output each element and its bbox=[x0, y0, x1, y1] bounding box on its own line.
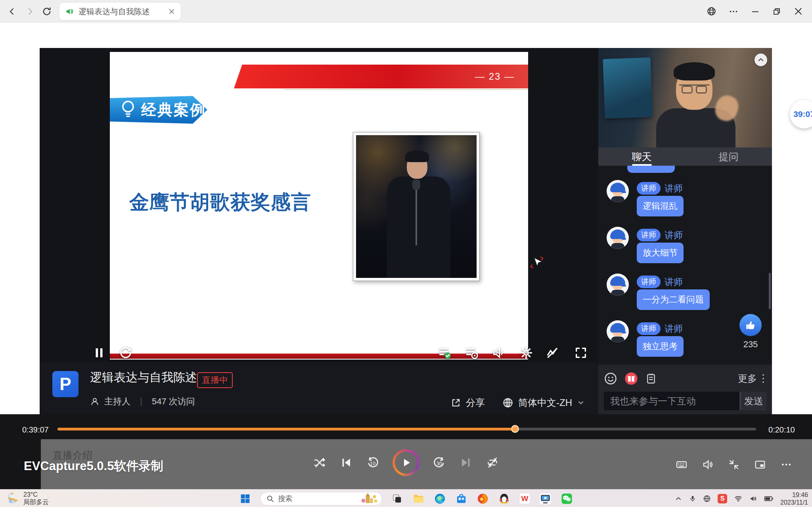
share-button[interactable]: 分享 bbox=[451, 396, 485, 409]
taskbar-clock[interactable]: 19:46 2023/11/1 bbox=[780, 491, 808, 506]
elapsed-time: 0:39:07 bbox=[22, 425, 49, 434]
taskbar-app-active-recorder[interactable] bbox=[539, 492, 552, 505]
firefox-icon bbox=[477, 493, 489, 505]
collapse-view-icon[interactable] bbox=[728, 459, 740, 471]
language-selector[interactable]: 简体中文-ZH bbox=[502, 396, 585, 409]
chat-bubble: 一分为二看问题 bbox=[637, 289, 710, 310]
refresh-stream-button[interactable] bbox=[119, 346, 132, 360]
host-icon bbox=[90, 397, 100, 406]
previous-icon bbox=[340, 456, 352, 469]
floating-timer[interactable]: 39:07 bbox=[790, 100, 812, 128]
mouse-cursor bbox=[529, 254, 546, 273]
screen-recorder-icon bbox=[540, 493, 551, 505]
tray-volume-icon[interactable] bbox=[749, 495, 757, 503]
rewind-10-button[interactable]: 10 bbox=[366, 456, 379, 469]
task-view-button[interactable] bbox=[391, 492, 404, 505]
line-switch-button[interactable] bbox=[546, 346, 559, 360]
volume-button[interactable] bbox=[492, 346, 505, 360]
shuffle-off-button[interactable] bbox=[313, 456, 326, 469]
browser-menu-icon[interactable] bbox=[728, 6, 739, 17]
windows-start-button[interactable] bbox=[239, 492, 252, 505]
live-badge: 直播中 bbox=[197, 372, 233, 388]
chat-message: 讲师 讲师 放大细节 bbox=[607, 227, 772, 263]
sogou-input-icon[interactable]: S bbox=[718, 494, 727, 503]
wifi-icon[interactable] bbox=[734, 495, 743, 503]
restore-icon[interactable] bbox=[772, 7, 781, 16]
weather-icon bbox=[5, 491, 20, 506]
battery-icon[interactable] bbox=[764, 495, 774, 503]
settings-button[interactable] bbox=[519, 346, 533, 360]
next-button[interactable] bbox=[459, 456, 473, 469]
tab-qa[interactable]: 提问 bbox=[685, 147, 772, 166]
repeat-off-button[interactable] bbox=[486, 456, 499, 469]
like-widget: 235 bbox=[739, 314, 762, 350]
reload-button[interactable] bbox=[40, 5, 53, 18]
keyboard-icon[interactable] bbox=[676, 459, 688, 471]
ellipsis-icon[interactable] bbox=[780, 459, 792, 471]
tray-chevron-up-icon[interactable] bbox=[674, 495, 682, 503]
playlist-settings-button[interactable] bbox=[465, 346, 479, 360]
video-area[interactable]: — 23 — 经典案例 金鹰节胡歌获奖感言 bbox=[40, 48, 598, 362]
more-label[interactable]: 更多 bbox=[738, 372, 757, 385]
gift-icon[interactable] bbox=[624, 372, 638, 385]
language-label: 简体中文-ZH bbox=[518, 396, 572, 409]
pause-button[interactable] bbox=[92, 346, 106, 360]
chat-scrollbar[interactable] bbox=[769, 273, 771, 309]
volume-icon bbox=[492, 346, 505, 360]
previous-button[interactable] bbox=[339, 456, 353, 469]
notes-icon[interactable] bbox=[645, 373, 657, 385]
collapse-webcam-button[interactable] bbox=[755, 54, 767, 66]
popout-icon[interactable] bbox=[754, 459, 766, 471]
more-dots-icon[interactable] bbox=[762, 373, 765, 384]
tab-chat[interactable]: 聊天 bbox=[598, 147, 685, 166]
mute-toggle-icon[interactable] bbox=[702, 459, 714, 471]
recorder-watermark: EVCapture5.0.5软件录制 bbox=[24, 458, 163, 474]
ime-language-icon[interactable] bbox=[703, 495, 711, 503]
host-row: 主持人 547 次访问 bbox=[90, 396, 195, 408]
taskbar-search[interactable]: 搜索 bbox=[260, 492, 382, 505]
stream-title: 逻辑表达与自我陈述 bbox=[90, 369, 197, 386]
send-button[interactable]: 发送 bbox=[741, 392, 766, 410]
taskbar-app-edge[interactable] bbox=[434, 492, 446, 505]
forward-30-button[interactable]: 30 bbox=[433, 456, 446, 469]
back-button[interactable] bbox=[6, 5, 18, 18]
play-button[interactable] bbox=[393, 449, 419, 476]
taskbar-app-file-explorer[interactable] bbox=[412, 492, 425, 505]
tab-title: 逻辑表达与自我陈述 bbox=[79, 6, 168, 17]
progress-fill bbox=[57, 428, 515, 430]
search-icon bbox=[266, 495, 274, 503]
emoji-icon[interactable] bbox=[604, 372, 617, 385]
chat-list[interactable]: 讲师 讲师 逻辑混乱 讲师 讲师 放大细节 bbox=[598, 166, 772, 365]
tab-close-icon[interactable] bbox=[168, 8, 175, 15]
progress-track[interactable] bbox=[57, 428, 756, 430]
webcam-video[interactable] bbox=[598, 48, 772, 147]
taskbar-app-qq[interactable] bbox=[498, 492, 511, 505]
chat-input[interactable] bbox=[604, 392, 739, 410]
playlist-check-button[interactable] bbox=[438, 346, 452, 360]
microphone-icon[interactable] bbox=[689, 495, 696, 503]
chat-input-area: 更多 发送 bbox=[598, 365, 772, 414]
line-switch-icon bbox=[546, 346, 559, 360]
browser-globe-icon[interactable] bbox=[707, 6, 716, 16]
taskbar-app-firefox[interactable] bbox=[477, 492, 489, 505]
repeat-off-icon bbox=[486, 456, 499, 469]
screen: 逻辑表达与自我陈述 — 23 — 经典案例 金鹰节胡歌获奖感言 bbox=[0, 0, 812, 507]
slide-page-number: — 23 — bbox=[475, 71, 515, 82]
user-name: 讲师 bbox=[665, 229, 683, 241]
progress-knob[interactable] bbox=[511, 425, 519, 433]
chat-bubble-truncated bbox=[627, 166, 675, 173]
taskbar-app-wechat[interactable] bbox=[561, 492, 573, 505]
close-icon[interactable] bbox=[793, 6, 803, 16]
forward-button[interactable] bbox=[24, 5, 36, 18]
minimize-icon[interactable] bbox=[751, 7, 760, 16]
like-button[interactable] bbox=[739, 314, 762, 336]
role-badge: 讲师 bbox=[637, 229, 661, 241]
browser-tab[interactable]: 逻辑表达与自我陈述 bbox=[59, 3, 181, 20]
taskbar-app-store[interactable] bbox=[455, 492, 468, 505]
weather-widget[interactable]: 23°C 局部多云 bbox=[5, 491, 49, 506]
fullscreen-button[interactable] bbox=[574, 346, 588, 360]
live-player: — 23 — 经典案例 金鹰节胡歌获奖感言 bbox=[40, 48, 772, 414]
taskbar-app-wps[interactable]: W bbox=[519, 493, 530, 504]
forward-icon bbox=[25, 7, 35, 16]
role-badge: 讲师 bbox=[637, 276, 661, 288]
